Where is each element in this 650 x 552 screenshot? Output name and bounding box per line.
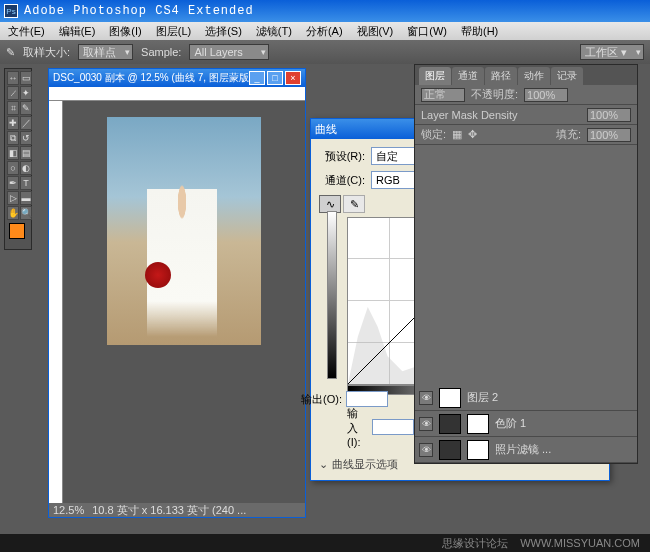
doc-maximize-button[interactable]: □ <box>267 71 283 85</box>
channel-label: 通道(C): <box>319 173 365 188</box>
canvas-area[interactable] <box>63 101 305 503</box>
opacity-label: 不透明度: <box>471 87 518 102</box>
eyedropper-tool-icon[interactable]: ✎ <box>6 46 15 59</box>
fill-label: 填充: <box>556 127 581 142</box>
tab-paths[interactable]: 路径 <box>485 67 517 85</box>
input-field[interactable] <box>372 419 414 435</box>
ruler-vertical[interactable] <box>49 101 63 503</box>
layer-list: 👁 图层 2 👁 色阶 1 👁 照片滤镜 ... <box>415 385 637 463</box>
preset-label: 预设(R): <box>319 149 365 164</box>
layer-item[interactable]: 👁 照片滤镜 ... <box>415 437 637 463</box>
menu-window[interactable]: 窗口(W) <box>407 24 447 39</box>
layer-name[interactable]: 图层 2 <box>467 390 498 405</box>
sample-size-label: 取样大小: <box>23 45 70 60</box>
output-field[interactable] <box>346 391 388 407</box>
doc-minimize-button[interactable]: _ <box>249 71 265 85</box>
menu-layer[interactable]: 图层(L) <box>156 24 191 39</box>
doc-dims: 10.8 英寸 x 16.133 英寸 (240 ... <box>92 503 246 518</box>
fill-field[interactable]: 100% <box>587 128 631 142</box>
tab-layers[interactable]: 图层 <box>419 67 451 85</box>
photo-content <box>107 117 261 345</box>
visibility-icon[interactable]: 👁 <box>419 443 433 457</box>
sample-layers-dropdown[interactable]: All Layers <box>189 44 269 60</box>
lock-pixels-icon[interactable]: ▦ <box>452 128 462 141</box>
output-label: 输出(O): <box>301 392 342 407</box>
footer-brand: 思缘设计论坛 <box>442 536 508 551</box>
photo-subject <box>147 157 217 337</box>
stamp-tool-icon[interactable]: ⧉ <box>7 131 19 145</box>
zoom-tool-icon[interactable]: 🔍 <box>20 206 32 220</box>
toolbox: ↔ ▭ ⟋ ✦ ⌗ ✎ ✚ ／ ⧉ ↺ ◧ ▤ ○ ◐ ✒ T ▷ ▬ ✋ 🔍 <box>4 68 32 250</box>
zoom-level[interactable]: 12.5% <box>53 504 84 516</box>
lock-label: 锁定: <box>421 127 446 142</box>
layer-thumb[interactable] <box>439 388 461 408</box>
mask-density-label: Layer Mask Density <box>421 109 581 121</box>
visibility-icon[interactable]: 👁 <box>419 391 433 405</box>
foreground-color-swatch[interactable] <box>9 223 25 239</box>
document-statusbar: 12.5% 10.8 英寸 x 16.133 英寸 (240 ... <box>49 503 305 517</box>
tab-actions[interactable]: 动作 <box>518 67 550 85</box>
blend-mode-dropdown[interactable]: 正常 <box>421 88 465 102</box>
document-titlebar[interactable]: DSC_0030 副本 @ 12.5% (曲线 7, 图层蒙版/8) _ □ × <box>49 69 305 87</box>
wand-tool-icon[interactable]: ✦ <box>20 86 32 100</box>
gradient-tool-icon[interactable]: ▤ <box>20 146 32 160</box>
doc-close-button[interactable]: × <box>285 71 301 85</box>
dodge-tool-icon[interactable]: ◐ <box>20 161 32 175</box>
blur-tool-icon[interactable]: ○ <box>7 161 19 175</box>
marquee-tool-icon[interactable]: ▭ <box>20 71 32 85</box>
layer-name[interactable]: 色阶 1 <box>495 416 526 431</box>
eyedrop-tool-icon[interactable]: ✎ <box>20 101 32 115</box>
sample-size-dropdown[interactable]: 取样点 <box>78 44 133 60</box>
curve-pencil-tool-icon[interactable]: ✎ <box>343 195 365 213</box>
lasso-tool-icon[interactable]: ⟋ <box>7 86 19 100</box>
menu-file[interactable]: 文件(E) <box>8 24 45 39</box>
workspace-dropdown[interactable]: 工作区 ▾ <box>580 44 644 60</box>
path-tool-icon[interactable]: ▷ <box>7 191 19 205</box>
app-title: Adobe Photoshop CS4 Extended <box>24 4 254 18</box>
ruler-horizontal[interactable] <box>49 87 305 101</box>
lock-position-icon[interactable]: ✥ <box>468 128 477 141</box>
tab-channels[interactable]: 通道 <box>452 67 484 85</box>
options-bar: ✎ 取样大小: 取样点 Sample: All Layers 工作区 ▾ <box>0 40 650 64</box>
layer-item[interactable]: 👁 图层 2 <box>415 385 637 411</box>
photo-bouquet <box>145 262 171 288</box>
hand-tool-icon[interactable]: ✋ <box>7 206 19 220</box>
page-footer: 思缘设计论坛 WWW.MISSYUAN.COM <box>0 534 650 552</box>
menu-image[interactable]: 图像(I) <box>109 24 141 39</box>
move-tool-icon[interactable]: ↔ <box>7 71 19 85</box>
mask-thumb[interactable] <box>467 440 489 460</box>
opacity-field[interactable]: 100% <box>524 88 568 102</box>
visibility-icon[interactable]: 👁 <box>419 417 433 431</box>
app-titlebar: Ps Adobe Photoshop CS4 Extended <box>0 0 650 22</box>
layers-panel: 图层 通道 路径 动作 记录 正常 不透明度: 100% Layer Mask … <box>414 64 638 464</box>
adjustment-thumb[interactable] <box>439 414 461 434</box>
pen-tool-icon[interactable]: ✒ <box>7 176 19 190</box>
ps-icon: Ps <box>4 4 18 18</box>
output-gradient <box>327 211 337 379</box>
layer-name[interactable]: 照片滤镜 ... <box>495 442 551 457</box>
menu-select[interactable]: 选择(S) <box>205 24 242 39</box>
crop-tool-icon[interactable]: ⌗ <box>7 101 19 115</box>
sample-label: Sample: <box>141 46 181 58</box>
mask-density-field[interactable]: 100% <box>587 108 631 122</box>
eraser-tool-icon[interactable]: ◧ <box>7 146 19 160</box>
brush-tool-icon[interactable]: ／ <box>20 116 32 130</box>
input-label: 输入(I): <box>347 406 368 448</box>
menu-analysis[interactable]: 分析(A) <box>306 24 343 39</box>
layer-item[interactable]: 👁 色阶 1 <box>415 411 637 437</box>
menu-filter[interactable]: 滤镜(T) <box>256 24 292 39</box>
menu-help[interactable]: 帮助(H) <box>461 24 498 39</box>
heal-tool-icon[interactable]: ✚ <box>7 116 19 130</box>
curves-dialog-title: 曲线 <box>315 122 337 137</box>
mask-thumb[interactable] <box>467 414 489 434</box>
menu-edit[interactable]: 编辑(E) <box>59 24 96 39</box>
adjustment-thumb[interactable] <box>439 440 461 460</box>
color-swatch[interactable] <box>7 221 32 247</box>
tab-history[interactable]: 记录 <box>551 67 583 85</box>
document-title: DSC_0030 副本 @ 12.5% (曲线 7, 图层蒙版/8) <box>53 71 249 85</box>
shape-tool-icon[interactable]: ▬ <box>20 191 32 205</box>
document-window: DSC_0030 副本 @ 12.5% (曲线 7, 图层蒙版/8) _ □ ×… <box>48 68 306 518</box>
history-tool-icon[interactable]: ↺ <box>20 131 32 145</box>
type-tool-icon[interactable]: T <box>20 176 32 190</box>
menu-view[interactable]: 视图(V) <box>357 24 394 39</box>
